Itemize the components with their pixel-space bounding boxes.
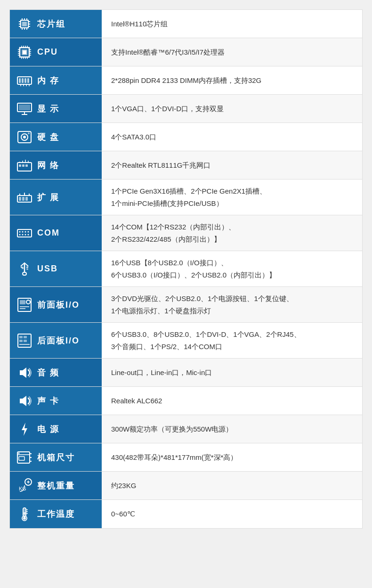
svg-rect-75 xyxy=(22,267,24,269)
spec-value-usb: 16个USB【8个USB2.0（I/O接口）、6个USB3.0（I/O接口）、2… xyxy=(102,251,362,286)
spec-row-cpu: CPU支持Intel®酷睿™6/7代I3/I5/I7处理器 xyxy=(10,38,362,66)
svg-point-77 xyxy=(26,268,28,270)
chip-icon xyxy=(16,15,33,33)
weight-icon: KG xyxy=(16,477,33,495)
svg-point-72 xyxy=(25,234,26,235)
spec-value-display: 1个VGA口、1个DVI-D口，支持双显 xyxy=(102,95,362,122)
hdd-icon xyxy=(16,128,33,146)
spec-label-expansion: 扩 展 xyxy=(10,180,102,215)
svg-rect-1 xyxy=(22,22,27,26)
svg-point-71 xyxy=(22,234,24,235)
svg-point-67 xyxy=(22,231,24,232)
svg-rect-51 xyxy=(19,164,21,167)
svg-rect-106 xyxy=(24,512,25,515)
svg-rect-85 xyxy=(19,336,23,338)
spec-label-text-chassis: 机箱尺寸 xyxy=(37,452,75,463)
spec-label-text-soundcard: 声 卡 xyxy=(37,395,59,407)
svg-rect-35 xyxy=(22,78,24,83)
spec-row-memory: 内 存2*288pin DDR4 2133 DIMM内存插槽，支持32G xyxy=(10,66,362,95)
spec-label-text-com: COM xyxy=(37,228,60,238)
spec-label-text-expansion: 扩 展 xyxy=(37,192,59,203)
spec-row-network: 网 络2个Realtek RTL8111G千兆网口 xyxy=(10,151,362,180)
svg-rect-34 xyxy=(19,78,21,83)
spec-value-hdd: 4个SATA3.0口 xyxy=(102,123,362,151)
audio-icon xyxy=(16,364,33,382)
spec-value-soundcard: Realtek ALC662 xyxy=(102,387,362,415)
svg-rect-37 xyxy=(27,78,29,83)
spec-label-display: 显 示 xyxy=(10,95,102,122)
spec-row-power: 电 源300W额定功率（可更换为550W电源） xyxy=(10,415,362,443)
spec-label-temp: 工作温度 xyxy=(10,500,102,528)
spec-value-audio: Line-out口，Line-in口，Mic-in口 xyxy=(102,359,362,386)
svg-rect-65 xyxy=(17,229,32,237)
spec-value-chipset: Intel®H110芯片组 xyxy=(102,10,362,38)
spec-label-text-rear-io: 后面板I/O xyxy=(37,335,80,346)
spec-value-power: 300W额定功率（可更换为550W电源） xyxy=(102,415,362,443)
svg-point-68 xyxy=(25,231,26,232)
spec-label-text-power: 电 源 xyxy=(37,424,59,435)
spec-label-text-temp: 工作温度 xyxy=(37,508,75,520)
spec-label-com: COM xyxy=(10,215,102,251)
spec-value-chassis: 430(482带耳朵)*481*177mm(宽*深*高） xyxy=(102,443,362,471)
spec-label-rear-io: 后面板I/O xyxy=(10,323,102,358)
spec-row-audio: 音 频Line-out口，Line-in口，Mic-in口 xyxy=(10,359,362,387)
spec-label-text-front-io: 前面板I/O xyxy=(37,299,80,310)
svg-point-95 xyxy=(18,452,20,454)
svg-rect-36 xyxy=(24,78,26,83)
usb-icon xyxy=(16,260,33,278)
spec-label-front-io: 前面板I/O xyxy=(10,287,102,322)
svg-rect-61 xyxy=(25,197,28,201)
spec-label-text-network: 网 络 xyxy=(37,160,59,171)
spec-row-chassis: 机箱尺寸430(482带耳朵)*481*177mm(宽*深*高） xyxy=(10,443,362,472)
ram-icon xyxy=(16,72,33,90)
svg-rect-16 xyxy=(23,50,26,54)
spec-label-chipset: 芯片组 xyxy=(10,10,102,38)
spec-label-network: 网 络 xyxy=(10,151,102,179)
spec-row-com: COM14个COM【12个RS232（内部引出）、2个RS232/422/485… xyxy=(10,215,362,251)
spec-label-text-audio: 音 频 xyxy=(37,367,59,378)
spec-label-chassis: 机箱尺寸 xyxy=(10,443,102,471)
front-icon xyxy=(16,296,33,314)
spec-label-power: 电 源 xyxy=(10,415,102,443)
svg-point-73 xyxy=(28,234,29,235)
spec-table: 芯片组Intel®H110芯片组 CPU支持Intel®酷睿™6/7代I3/I5… xyxy=(9,9,363,529)
spec-value-memory: 2*288pin DDR4 2133 DIMM内存插槽，支持32G xyxy=(102,66,362,94)
svg-point-66 xyxy=(19,231,21,232)
svg-rect-45 xyxy=(19,105,30,110)
spec-label-usb: USB xyxy=(10,251,102,286)
svg-rect-53 xyxy=(25,164,28,167)
spec-label-cpu: CPU xyxy=(10,38,102,66)
spec-row-soundcard: 声 卡Realtek ALC662 xyxy=(10,387,362,415)
rear-icon xyxy=(16,332,33,350)
spec-label-audio: 音 频 xyxy=(10,359,102,386)
spec-row-front-io: 前面板I/O3个DVD光驱位、2个USB2.0、1个电源按钮、1个复位键、1个电… xyxy=(10,287,362,323)
spec-row-rear-io: 后面板I/O6个USB3.0、8个USB2.0、1个DVI-D、1个VGA、2个… xyxy=(10,323,362,359)
svg-marker-92 xyxy=(22,423,27,436)
spec-label-soundcard: 声 卡 xyxy=(10,387,102,415)
spec-label-hdd: 硬 盘 xyxy=(10,123,102,151)
spec-row-expansion: 扩 展1个PCIe Gen3X16插槽、2个PCIe Gen2X1插槽、1个mi… xyxy=(10,180,362,215)
power-icon xyxy=(16,420,33,438)
svg-rect-88 xyxy=(24,340,27,342)
spec-row-hdd: 硬 盘4个SATA3.0口 xyxy=(10,123,362,151)
expand-icon xyxy=(16,188,33,206)
spec-value-com: 14个COM【12个RS232（内部引出）、2个RS232/422/485（内部… xyxy=(102,215,362,251)
spec-label-memory: 内 存 xyxy=(10,66,102,94)
svg-rect-80 xyxy=(20,300,25,304)
svg-rect-60 xyxy=(22,197,24,201)
spec-value-expansion: 1个PCIe Gen3X16插槽、2个PCIe Gen2X1插槽、1个mini-… xyxy=(102,180,362,215)
spec-row-temp: 工作温度0~60℃ xyxy=(10,500,362,528)
spec-value-cpu: 支持Intel®酷睿™6/7代I3/I5/I7处理器 xyxy=(102,38,362,66)
svg-rect-59 xyxy=(19,197,21,201)
spec-label-text-display: 显 示 xyxy=(37,103,59,114)
spec-row-usb: USB16个USB【8个USB2.0（I/O接口）、6个USB3.0（I/O接口… xyxy=(10,251,362,287)
svg-point-48 xyxy=(23,136,26,139)
svg-point-69 xyxy=(28,231,29,232)
svg-point-108 xyxy=(23,517,26,520)
spec-row-chipset: 芯片组Intel®H110芯片组 xyxy=(10,10,362,38)
svg-point-49 xyxy=(28,132,30,134)
svg-rect-86 xyxy=(24,336,27,338)
svg-rect-87 xyxy=(19,340,23,342)
soundcard-icon xyxy=(16,392,33,410)
spec-value-weight: 约23KG xyxy=(102,472,362,499)
